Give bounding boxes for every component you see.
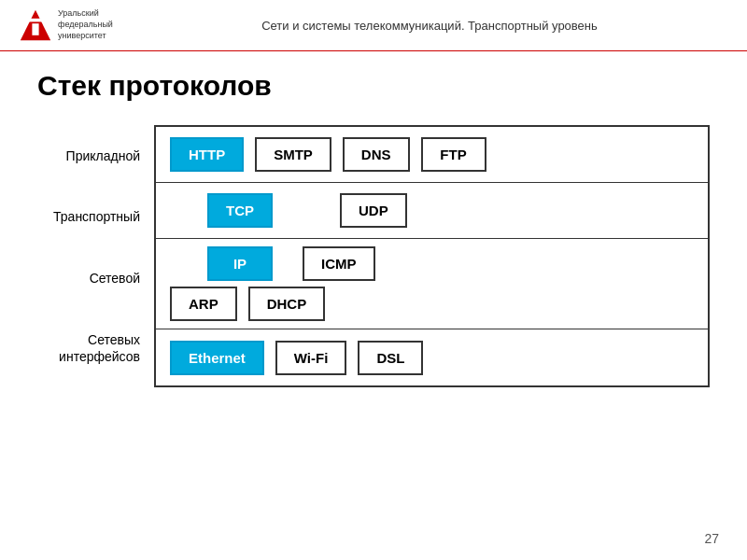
svg-rect-3: [28, 19, 43, 22]
logo: Уральский федеральный университет: [19, 8, 131, 42]
http-protocol: HTTP: [170, 137, 244, 172]
datalink-layer-label: Сетевых интерфейсов: [37, 331, 140, 365]
layer-labels: Прикладной Транспортный Сетевой Сетевых …: [37, 125, 140, 387]
network-layer-bottom-row: ARP DHCP: [170, 287, 694, 321]
arp-protocol: ARP: [170, 287, 237, 321]
ftp-protocol: FTP: [421, 137, 486, 172]
page-title: Стек протоколов: [37, 70, 710, 102]
ip-protocol: IP: [207, 246, 273, 281]
diagram-box: HTTP SMTP DNS FTP TCP UDP IP ICMP ARP DH…: [154, 125, 710, 387]
transport-layer-label: Транспортный: [37, 208, 140, 225]
network-layer-label: Сетевой: [37, 270, 140, 287]
dsl-protocol: DSL: [358, 341, 423, 375]
smtp-protocol: SMTP: [255, 137, 331, 172]
wifi-protocol: Wi-Fi: [275, 341, 347, 375]
logo-icon: [19, 8, 52, 42]
datalink-layer-row: Ethernet Wi-Fi DSL: [156, 329, 708, 385]
protocol-stack-diagram: Прикладной Транспортный Сетевой Сетевых …: [37, 125, 710, 387]
header: Уральский федеральный университет Сети и…: [0, 0, 747, 51]
dhcp-protocol: DHCP: [248, 287, 326, 321]
dns-protocol: DNS: [343, 137, 410, 172]
network-layer-top-row: IP ICMP: [170, 246, 694, 281]
logo-text: Уральский федеральный университет: [58, 8, 113, 41]
application-layer-label: Прикладной: [37, 147, 140, 164]
main-content: Стек протоколов Прикладной Транспортный …: [0, 51, 747, 406]
header-title: Сети и системы телекоммуникаций. Транспо…: [131, 19, 728, 33]
svg-rect-2: [32, 23, 38, 35]
udp-protocol: UDP: [340, 193, 407, 228]
application-layer-row: HTTP SMTP DNS FTP: [156, 127, 708, 183]
page-number: 27: [704, 531, 719, 546]
transport-layer-row: TCP UDP: [156, 183, 708, 239]
icmp-protocol: ICMP: [303, 246, 375, 281]
tcp-protocol: TCP: [207, 193, 273, 228]
ethernet-protocol: Ethernet: [170, 341, 264, 375]
network-layer-section: IP ICMP ARP DHCP: [156, 239, 708, 329]
